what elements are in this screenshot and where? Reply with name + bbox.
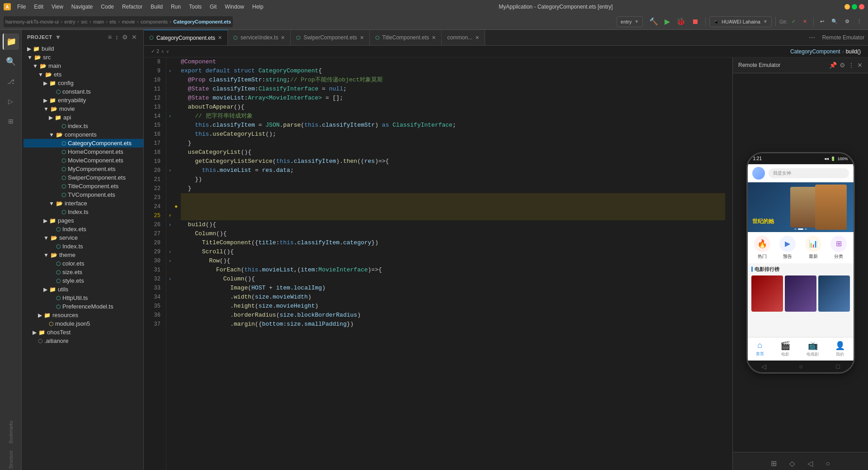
gutter-fold-9[interactable]: › bbox=[166, 66, 174, 76]
close-rp-icon[interactable]: ✕ bbox=[857, 62, 863, 69]
git-x-button[interactable]: ✕ bbox=[800, 17, 810, 26]
emu-diamond-button[interactable]: ◇ bbox=[787, 457, 797, 470]
movie-thumb-3[interactable] bbox=[818, 275, 850, 312]
tree-item-api-index[interactable]: ⬡ index.ts bbox=[24, 122, 143, 130]
run-config-selector[interactable]: entry ▼ bbox=[617, 16, 643, 27]
gutter-fold-20[interactable]: › bbox=[166, 166, 174, 175]
tree-item-utils[interactable]: ▶ 📁 utils bbox=[24, 285, 143, 294]
tab-service-index[interactable]: ⬡ service\Index.ts ✕ bbox=[228, 30, 291, 45]
phone-search-input[interactable]: 我是女神 bbox=[769, 168, 849, 178]
tree-item-tv-component[interactable]: ⬡ TVComponent.ets bbox=[24, 190, 143, 199]
tree-item-interface-index[interactable]: ⬡ Index.ts bbox=[24, 208, 143, 216]
nav-movie[interactable]: 🎬 电影 bbox=[780, 341, 790, 357]
search-toolbar-button[interactable]: 🔍 bbox=[829, 17, 840, 26]
tab-close-icon[interactable]: ✕ bbox=[218, 35, 222, 41]
menu-window[interactable]: Window bbox=[221, 3, 248, 11]
tree-item-components[interactable]: ▼ 📂 components bbox=[24, 130, 143, 139]
tree-item-swiper-component[interactable]: ⬡ SwiperComponent.ets bbox=[24, 173, 143, 182]
tree-item-service[interactable]: ▼ 📂 service bbox=[24, 233, 143, 242]
activity-debug[interactable]: ▷ bbox=[3, 93, 19, 109]
tree-item-resources[interactable]: ▶ 📁 resources bbox=[24, 311, 143, 319]
settings-sidebar-button[interactable]: ⚙ bbox=[121, 33, 129, 42]
gutter-fold-14[interactable]: › bbox=[166, 112, 174, 121]
activity-extensions[interactable]: ⊞ bbox=[3, 113, 19, 129]
device-selector[interactable]: 📱 HUAWEI Lahaina ▼ bbox=[709, 16, 772, 27]
phone-icon-trailer[interactable]: ▶ 预告 bbox=[779, 236, 796, 260]
run-button[interactable]: ▶ bbox=[662, 16, 673, 27]
phone-home-btn[interactable]: ○ bbox=[799, 363, 803, 370]
tab-title-component[interactable]: ⬡ TitleComponent.ets ✕ bbox=[370, 30, 442, 45]
tree-item-title-component[interactable]: ⬡ TitleComponent.ets bbox=[24, 182, 143, 190]
tab-swiper-component[interactable]: ⬡ SwiperComponent.ets ✕ bbox=[291, 30, 369, 45]
tree-item-interface[interactable]: ▼ 📂 interface bbox=[24, 199, 143, 208]
bc-arrow-down[interactable]: ∨ bbox=[166, 49, 169, 54]
tab-overflow-button[interactable]: ⋯ bbox=[805, 30, 819, 45]
phone-icon-category[interactable]: ⊞ 分类 bbox=[830, 236, 847, 260]
tree-item-constant[interactable]: ⬡ constant.ts bbox=[24, 87, 143, 96]
emu-rotate-button[interactable]: ⊞ bbox=[768, 457, 779, 470]
emu-circle-button[interactable]: ○ bbox=[823, 458, 833, 470]
tab-close-icon[interactable]: ✕ bbox=[281, 35, 285, 41]
git-check-button[interactable]: ✓ bbox=[789, 17, 798, 26]
activity-scm[interactable]: ⎇ bbox=[3, 73, 19, 90]
tree-item-src[interactable]: ▼ 📂 src bbox=[24, 53, 143, 62]
tree-item-aitianore[interactable]: ⬡ .aitianore bbox=[24, 337, 143, 345]
close-sidebar-button[interactable]: ✕ bbox=[131, 33, 138, 42]
phone-recent-btn[interactable]: □ bbox=[836, 363, 840, 370]
gutter-fold-26[interactable]: › bbox=[166, 220, 174, 229]
gutter-fold-32[interactable]: › bbox=[166, 275, 174, 284]
phone-icon-hot[interactable]: 🔥 热门 bbox=[754, 236, 770, 260]
menu-file[interactable]: File bbox=[14, 3, 29, 11]
settings-button[interactable]: ⚙ bbox=[842, 17, 852, 26]
tree-item-home-component[interactable]: ⬡ HomeComponent.ets bbox=[24, 147, 143, 156]
debug-button[interactable]: 🐞 bbox=[674, 16, 688, 27]
gutter-fold-30[interactable]: › bbox=[166, 256, 174, 266]
tree-item-api[interactable]: ▶ 📁 api bbox=[24, 113, 143, 122]
code-editor[interactable]: 8 9 10 11 12 13 14 15 16 17 18 19 20 21 bbox=[144, 57, 732, 470]
menu-edit[interactable]: Edit bbox=[30, 3, 47, 11]
menu-navigate[interactable]: Navigate bbox=[68, 3, 96, 11]
tab-category-component[interactable]: ⬡ CategoryComponent.ets ✕ bbox=[144, 30, 228, 45]
tab-close-icon[interactable]: ✕ bbox=[475, 35, 479, 41]
tree-item-service-index[interactable]: ⬡ Index.ts bbox=[24, 242, 143, 251]
tree-item-pages[interactable]: ▶ 📁 pages bbox=[24, 216, 143, 225]
project-dropdown-icon[interactable]: ▼ bbox=[55, 33, 61, 41]
tree-item-color[interactable]: ⬡ color.ets bbox=[24, 259, 143, 268]
menu-run[interactable]: Run bbox=[167, 3, 184, 11]
pin-icon[interactable]: 📌 bbox=[829, 62, 837, 69]
code-content[interactable]: @Component export default struct Categor… bbox=[174, 57, 732, 470]
phone-icon-new[interactable]: 📊 最新 bbox=[805, 236, 821, 260]
tree-item-preferencemodel[interactable]: ⬡ PreferenceModel.ts bbox=[24, 302, 143, 311]
tree-item-pages-index[interactable]: ⬡ Index.ets bbox=[24, 225, 143, 233]
menu-git[interactable]: Git bbox=[206, 3, 220, 11]
activity-explorer[interactable]: 📁 bbox=[3, 33, 19, 50]
sort-button[interactable]: ↕ bbox=[114, 33, 119, 42]
tree-item-theme[interactable]: ▼ 📂 theme bbox=[24, 251, 143, 259]
phone-back-btn[interactable]: ◁ bbox=[761, 363, 766, 370]
undo-button[interactable]: ↩ bbox=[817, 17, 827, 26]
minimize-button[interactable] bbox=[844, 4, 850, 9]
tree-item-my-component[interactable]: ⬡ MyComponent.ets bbox=[24, 165, 143, 173]
nav-home[interactable]: ⌂ 首页 bbox=[756, 341, 764, 357]
bc-arrow-up[interactable]: ∧ bbox=[161, 49, 164, 54]
gutter-fold-29[interactable]: › bbox=[166, 247, 174, 256]
movie-thumb-1[interactable] bbox=[751, 275, 783, 312]
tree-item-module-json[interactable]: ⬡ module.json5 bbox=[24, 319, 143, 328]
more-button[interactable]: ⋮ bbox=[854, 17, 864, 26]
tab-close-icon[interactable]: ✕ bbox=[432, 35, 436, 41]
stop-button[interactable]: ⏹ bbox=[689, 16, 702, 27]
menu-help[interactable]: Help bbox=[249, 3, 267, 11]
tree-item-httputil[interactable]: ⬡ HttpUtil.ts bbox=[24, 294, 143, 302]
code-editor-area[interactable]: 8 9 10 11 12 13 14 15 16 17 18 19 20 21 bbox=[144, 57, 732, 470]
menu-tools[interactable]: Tools bbox=[185, 3, 205, 11]
menu-code[interactable]: Code bbox=[97, 3, 118, 11]
more-rp-icon[interactable]: ⋮ bbox=[848, 62, 854, 69]
tree-item-style[interactable]: ⬡ style.ets bbox=[24, 276, 143, 285]
tree-item-config[interactable]: ▶ 📁 config bbox=[24, 79, 143, 87]
nav-tv[interactable]: 📺 电视剧 bbox=[807, 341, 819, 357]
movie-thumb-2[interactable] bbox=[785, 275, 816, 312]
settings-rp-icon[interactable]: ⚙ bbox=[840, 62, 845, 69]
tree-item-movie-component[interactable]: ⬡ MovieComponent.ets bbox=[24, 156, 143, 165]
activity-bookmarks[interactable]: Bookmarks bbox=[3, 419, 19, 445]
bc-component[interactable]: CategoryComponent bbox=[790, 48, 840, 55]
